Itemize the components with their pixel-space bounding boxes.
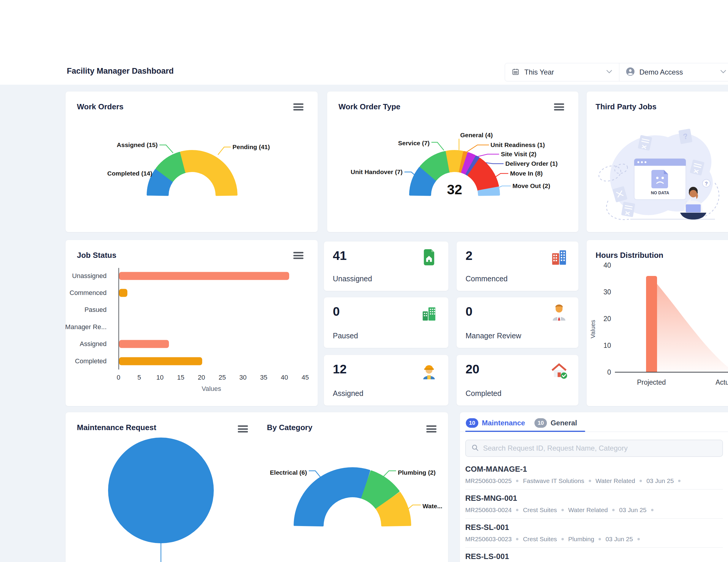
y-axis-tick-label: 0	[607, 368, 611, 376]
x-axis-tick-label: 30	[239, 374, 246, 382]
chart-segment-label: Unit Readiness (1)	[490, 141, 545, 148]
request-meta-part: Crest Suites	[523, 506, 557, 514]
svg-text:Values: Values	[589, 320, 596, 339]
chart-segment-label: Electrical (6)	[270, 469, 307, 476]
work-orders-chart	[66, 91, 318, 232]
request-meta-part: Fastwave IT Solutions	[523, 477, 584, 485]
chart-segment-label: Service (7)	[398, 140, 430, 147]
meta-separator-dot	[561, 509, 564, 511]
chart-segment-label: Delivery Order (1)	[505, 160, 558, 167]
hours-distribution-chart: Values Projected Actual010203040	[587, 258, 728, 406]
job-status-row: Unassigned	[66, 267, 309, 284]
stat-label: Paused	[333, 332, 358, 340]
x-axis-tick-label: 10	[156, 374, 164, 382]
x-axis-tick-label: 15	[177, 374, 184, 382]
search-icon	[471, 444, 479, 453]
chart-segment-label: Move In (8)	[510, 170, 543, 177]
meta-separator-dot	[678, 480, 680, 482]
label-leader-line	[431, 142, 444, 150]
chart-segment-label: Plumbing (2)	[398, 469, 436, 476]
worker-icon	[420, 362, 438, 380]
job-status-row: Manager Re...	[66, 319, 309, 335]
job-status-bar	[119, 340, 169, 348]
svg-text:?: ?	[705, 181, 708, 186]
account-selector[interactable]: Demo Access	[619, 63, 728, 81]
search-input[interactable]	[483, 444, 709, 452]
request-list-item[interactable]: RES-SL-001MR250603-0023Crest SuitesPlumb…	[465, 519, 723, 548]
request-meta: MR250603-0023Crest SuitesPlumbing03 Jun …	[465, 536, 723, 543]
job-status-bar	[119, 289, 127, 297]
meta-separator-dot	[640, 480, 642, 482]
job-status-bar	[119, 272, 289, 280]
chevron-down-icon	[720, 69, 727, 75]
house-check-icon	[550, 362, 568, 380]
stat-value: 0	[466, 305, 472, 319]
work-orders-card: Work Orders Completed (14)Assigned (15)P…	[65, 91, 318, 232]
request-meta-part: Plumbing	[568, 536, 594, 543]
x-axis-tick-label: 5	[137, 374, 141, 382]
hours-distribution-card: Hours Distribution Values Projected Actu…	[586, 240, 728, 406]
job-status-menu-icon[interactable]	[293, 252, 303, 259]
stat-label: Commenced	[466, 274, 508, 283]
period-selector[interactable]: This Year	[505, 63, 619, 81]
stat-card-unassigned: 41 Unassigned	[324, 241, 449, 291]
city-icon	[420, 304, 438, 322]
stat-label: Completed	[466, 389, 501, 398]
job-status-category-label: Completed	[75, 357, 107, 365]
buildings-icon	[550, 248, 568, 266]
chart-segment	[181, 151, 237, 195]
y-axis-tick-label: 20	[603, 315, 611, 323]
job-status-row: Completed	[66, 353, 309, 370]
request-list-item[interactable]: RES-MNG-001MR250603-0024Crest SuitesWate…	[465, 490, 723, 519]
stat-label: Assigned	[333, 389, 363, 398]
x-axis-tick-label: 45	[302, 374, 309, 382]
request-title: RES-LS-001	[465, 552, 723, 561]
maintenance-by-category-card: Maintenance Request By Category Electric…	[65, 412, 448, 562]
chart-segment-label: Unit Handover (7)	[351, 168, 403, 175]
tab-maintenance[interactable]: 10 Maintenance	[466, 418, 530, 428]
tab-general-label: General	[550, 419, 577, 427]
third-party-jobs-card: Third Party Jobs ? NO DATA ?	[586, 91, 728, 232]
meta-separator-dot	[637, 538, 640, 540]
label-leader-line	[466, 145, 489, 153]
request-list-item[interactable]: COM-MANAGE-1MR250603-0025Fastwave IT Sol…	[465, 460, 723, 490]
tab-general[interactable]: 10 General	[534, 418, 582, 428]
x-axis-tick-label: 40	[281, 374, 288, 382]
stat-value: 0	[333, 305, 340, 319]
job-status-row: Assigned	[66, 336, 309, 353]
tab-maintenance-label: Maintenance	[482, 419, 525, 427]
request-meta: MR250603-0025Fastwave IT SolutionsWater …	[465, 477, 723, 485]
chart-segment-label: Completed (14)	[107, 170, 152, 177]
y-axis-tick-label: 30	[603, 288, 611, 296]
meta-separator-dot	[516, 480, 518, 482]
request-meta-part: MR250603-0024	[465, 506, 512, 514]
request-title: RES-SL-001	[465, 523, 723, 532]
requests-tabs: 10 Maintenance 10 General	[466, 418, 583, 428]
request-meta: MR250603-0024Crest SuitesWater Related03…	[465, 506, 723, 514]
chart-segment-label: Wate...	[422, 503, 442, 510]
user-avatar-icon	[626, 67, 635, 77]
active-tab-underline	[465, 431, 585, 432]
stat-card-paused: 0 Paused	[324, 297, 449, 348]
account-selector-value: Demo Access	[640, 68, 716, 76]
meta-separator-dot	[516, 538, 518, 540]
job-status-category-label: Manager Re...	[65, 323, 107, 331]
job-status-category-label: Assigned	[80, 340, 107, 348]
job-status-row: Pasued	[66, 302, 309, 319]
chart-segment	[295, 468, 369, 525]
chart-segment-label: Assigned (15)	[117, 141, 158, 148]
request-list-item[interactable]: RES-LS-001MR250603-0022Crest SuitesElect…	[465, 548, 723, 562]
x-axis-tick-label: 20	[198, 374, 205, 382]
y-axis-tick-label: 10	[603, 342, 611, 349]
general-count-badge: 10	[534, 418, 547, 428]
work-order-type-total: 32	[447, 181, 462, 197]
svg-text:Projected: Projected	[637, 379, 666, 386]
calendar-icon	[512, 68, 520, 77]
job-status-category-label: Commenced	[69, 289, 107, 297]
by-category-chart	[66, 412, 449, 562]
request-list: COM-MANAGE-1MR250603-0025Fastwave IT Sol…	[465, 460, 723, 562]
svg-text:NO DATA: NO DATA	[651, 190, 669, 195]
period-selector-value: This Year	[524, 68, 601, 76]
chevron-down-icon	[606, 69, 613, 75]
meta-separator-dot	[561, 538, 564, 540]
